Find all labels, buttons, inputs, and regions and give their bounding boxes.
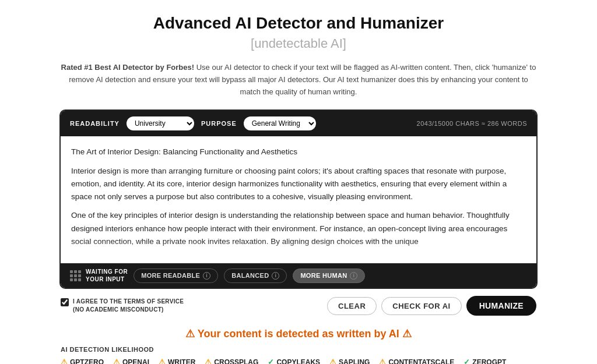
more-readable-button[interactable]: MORE READABLE i [134,268,218,283]
crossplag-label: CROSSPLAG [214,358,258,364]
page-title: Advanced AI Detector and Humanizer [23,14,574,33]
zerogpt-label: ZEROGPT [472,358,506,364]
waiting-section: WAITING FOR YOUR INPUT [70,268,128,283]
detectors-row: ⚠GPTZERO⚠OPENAI⚠WRITER⚠CROSSPLAG✓COPYLEA… [61,358,536,364]
ai-detection-label: AI DETECTION LIKELIHOOD [61,346,536,353]
more-human-button[interactable]: MORE HUMAN i [293,268,365,283]
detector-crossplag: ⚠CROSSPLAG [205,358,258,364]
copyleaks-label: COPYLEAKS [276,358,320,364]
detector-openai: ⚠OPENAI [113,358,149,364]
contentatscale-label: CONTENTATSCALE [388,358,454,364]
writer-label: WRITER [168,358,195,364]
editor-toolbar: READABILITY University High School Middl… [61,111,536,136]
detector-copyleaks: ✓COPYLEAKS [268,358,320,364]
detector-contentatscale: ⚠CONTENTATSCALE [379,358,454,364]
editor-paragraph-2: Interior design is more than arranging f… [71,165,526,204]
action-buttons: CLEAR CHECK FOR AI HUMANIZE [327,296,536,316]
sapling-status-icon: ⚠ [329,358,336,364]
balanced-button[interactable]: BALANCED i [224,268,287,283]
editor-container: READABILITY University High School Middl… [59,109,538,289]
gptzero-label: GPTZERO [70,358,104,364]
readability-label: READABILITY [70,120,120,127]
crossplag-status-icon: ⚠ [205,358,212,364]
ai-alert: ⚠ Your content is detected as written by… [23,327,574,340]
detector-zerogpt: ✓ZEROGPT [463,358,506,364]
writer-status-icon: ⚠ [159,358,166,364]
editor-fade [61,240,536,263]
openai-status-icon: ⚠ [113,358,120,364]
more-human-info-icon: i [350,272,357,280]
contentatscale-status-icon: ⚠ [379,358,386,364]
terms-checkbox[interactable] [61,298,69,306]
description: Rated #1 Best AI Detector by Forbes! Use… [59,62,538,98]
purpose-select[interactable]: General Writing Essay Article Marketing … [244,116,316,130]
zerogpt-status-icon: ✓ [463,358,470,364]
balanced-info-icon: i [272,272,279,280]
openai-label: OPENAI [122,358,149,364]
terms-text: I AGREE TO THE TERMS OF SERVICE (NO ACAD… [73,298,184,314]
description-bold: Rated #1 Best AI Detector by Forbes! [61,63,195,72]
detector-gptzero: ⚠GPTZERO [61,358,104,364]
purpose-label: PURPOSE [201,120,237,127]
copyleaks-status-icon: ✓ [268,358,274,364]
actions-row: I AGREE TO THE TERMS OF SERVICE (NO ACAD… [59,296,538,316]
grid-icon [70,270,81,281]
bottom-toolbar: WAITING FOR YOUR INPUT MORE READABLE i B… [61,263,536,288]
waiting-text: WAITING FOR YOUR INPUT [86,268,128,283]
check-for-ai-button[interactable]: CHECK FOR AI [381,297,461,315]
readability-select[interactable]: University High School Middle School Ele… [127,116,194,130]
detector-writer: ⚠WRITER [159,358,195,364]
terms-label[interactable]: I AGREE TO THE TERMS OF SERVICE (NO ACAD… [61,298,184,314]
chars-info: 2043/15000 CHARS ≈ 286 WORDS [417,120,527,127]
humanize-button[interactable]: HUMANIZE [466,296,536,316]
subtitle: [undetectable AI] [23,36,574,51]
gptzero-status-icon: ⚠ [61,358,68,364]
editor-body[interactable]: The Art of Interior Design: Balancing Fu… [61,136,536,263]
more-readable-info-icon: i [203,272,210,280]
sapling-label: SAPLING [339,358,370,364]
clear-button[interactable]: CLEAR [327,297,377,315]
editor-paragraph-1: The Art of Interior Design: Balancing Fu… [71,146,526,158]
ai-detection-section: AI DETECTION LIKELIHOOD ⚠GPTZERO⚠OPENAI⚠… [59,346,538,364]
detector-sapling: ⚠SAPLING [329,358,370,364]
